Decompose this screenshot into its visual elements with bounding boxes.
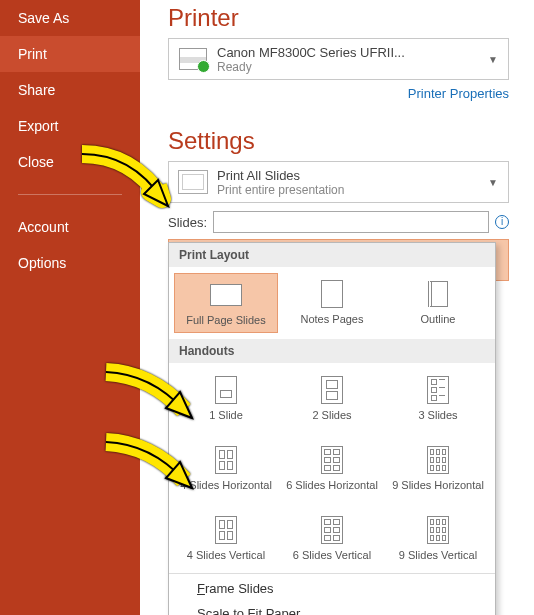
sidebar-item-export[interactable]: Export xyxy=(0,108,140,144)
option-6-slides-horizontal[interactable]: 6 Slides Horizontal xyxy=(280,439,384,497)
printer-selector[interactable]: Canon MF8300C Series UFRII... Ready ▼ xyxy=(168,38,509,80)
sidebar-item-close[interactable]: Close xyxy=(0,144,140,180)
sidebar-item-account[interactable]: Account xyxy=(0,209,140,245)
option-1-slide[interactable]: 1 Slide xyxy=(174,369,278,427)
option-3-slides[interactable]: 3 Slides xyxy=(386,369,490,427)
option-4-slides-horizontal[interactable]: 4 Slides Horizontal xyxy=(174,439,278,497)
sidebar-item-saveas[interactable]: Save As xyxy=(0,0,140,36)
chevron-down-icon[interactable]: ▼ xyxy=(484,177,502,188)
sidebar-divider xyxy=(18,194,122,195)
menu-scale-to-fit[interactable]: Scale to Fit Paper xyxy=(169,601,495,615)
outline-icon xyxy=(428,281,448,307)
info-icon[interactable]: i xyxy=(495,215,509,229)
option-full-page-slides[interactable]: Full Page Slides xyxy=(174,273,278,333)
printer-status: Ready xyxy=(217,60,484,74)
chevron-down-icon[interactable]: ▼ xyxy=(484,54,502,65)
main-panel: Printer Canon MF8300C Series UFRII... Re… xyxy=(140,0,534,281)
handout-6h-icon xyxy=(321,446,343,474)
layout-dropdown: Print Layout Full Page Slides Notes Page… xyxy=(168,242,496,615)
sidebar-item-share[interactable]: Share xyxy=(0,72,140,108)
full-page-icon xyxy=(210,284,242,306)
option-2-slides[interactable]: 2 Slides xyxy=(280,369,384,427)
option-9-slides-horizontal[interactable]: 9 Slides Horizontal xyxy=(386,439,490,497)
printer-icon xyxy=(175,43,211,75)
handout-9v-icon xyxy=(427,516,449,544)
handout-3-icon xyxy=(427,376,449,404)
printer-name: Canon MF8300C Series UFRII... xyxy=(217,45,484,60)
slides-input[interactable] xyxy=(213,211,489,233)
print-range-label: Print All Slides xyxy=(217,168,484,183)
option-4-slides-vertical[interactable]: 4 Slides Vertical xyxy=(174,509,278,567)
print-range-sub: Print entire presentation xyxy=(217,183,484,197)
slides-label: Slides: xyxy=(168,215,207,230)
handout-6v-icon xyxy=(321,516,343,544)
handout-1-icon xyxy=(215,376,237,404)
slides-stack-icon xyxy=(175,166,211,198)
handout-2-icon xyxy=(321,376,343,404)
menu-frame-slides[interactable]: Frame Slides xyxy=(169,576,495,601)
printer-title: Printer xyxy=(168,4,509,32)
sidebar-item-print[interactable]: Print xyxy=(0,36,140,72)
option-outline[interactable]: Outline xyxy=(386,273,490,333)
handout-4v-icon xyxy=(215,516,237,544)
print-range-selector[interactable]: Print All Slides Print entire presentati… xyxy=(168,161,509,203)
handout-4h-icon xyxy=(215,446,237,474)
sidebar: Save As Print Share Export Close Account… xyxy=(0,0,140,615)
option-notes-pages[interactable]: Notes Pages xyxy=(280,273,384,333)
option-6-slides-vertical[interactable]: 6 Slides Vertical xyxy=(280,509,384,567)
dropdown-header-handouts: Handouts xyxy=(169,339,495,363)
dropdown-header-layout: Print Layout xyxy=(169,243,495,267)
handout-9h-icon xyxy=(427,446,449,474)
sidebar-item-options[interactable]: Options xyxy=(0,245,140,281)
printer-properties-link[interactable]: Printer Properties xyxy=(408,86,509,101)
settings-title: Settings xyxy=(168,127,509,155)
option-9-slides-vertical[interactable]: 9 Slides Vertical xyxy=(386,509,490,567)
notes-page-icon xyxy=(321,280,343,308)
